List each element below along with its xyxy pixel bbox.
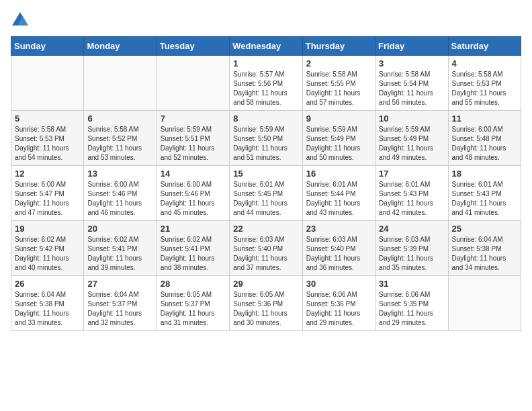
week-row-3: 19Sunrise: 6:02 AM Sunset: 5:42 PM Dayli… xyxy=(11,221,521,276)
calendar-cell: 1Sunrise: 5:57 AM Sunset: 5:56 PM Daylig… xyxy=(230,56,302,111)
page-header xyxy=(11,11,521,30)
calendar-cell: 11Sunrise: 6:00 AM Sunset: 5:48 PM Dayli… xyxy=(448,111,521,166)
day-number: 31 xyxy=(379,279,444,289)
day-info: Sunrise: 6:02 AM Sunset: 5:41 PM Dayligh… xyxy=(87,235,152,273)
day-number: 12 xyxy=(15,169,80,179)
calendar-cell: 21Sunrise: 6:02 AM Sunset: 5:41 PM Dayli… xyxy=(157,221,229,276)
day-number: 8 xyxy=(233,113,298,124)
week-row-0: 1Sunrise: 5:57 AM Sunset: 5:56 PM Daylig… xyxy=(11,56,521,111)
day-number: 21 xyxy=(161,224,226,234)
calendar-cell: 2Sunrise: 5:58 AM Sunset: 5:55 PM Daylig… xyxy=(302,56,375,111)
week-row-2: 12Sunrise: 6:00 AM Sunset: 5:47 PM Dayli… xyxy=(11,166,521,221)
calendar-cell: 23Sunrise: 6:03 AM Sunset: 5:40 PM Dayli… xyxy=(302,221,375,276)
day-number: 15 xyxy=(233,169,298,179)
day-number: 25 xyxy=(452,224,517,234)
day-number: 18 xyxy=(452,169,517,179)
day-info: Sunrise: 6:04 AM Sunset: 5:38 PM Dayligh… xyxy=(15,290,80,328)
day-number: 16 xyxy=(306,169,371,179)
logo xyxy=(11,11,32,30)
day-number: 14 xyxy=(161,169,226,179)
calendar-cell: 9Sunrise: 5:59 AM Sunset: 5:49 PM Daylig… xyxy=(302,111,375,166)
day-info: Sunrise: 6:05 AM Sunset: 5:36 PM Dayligh… xyxy=(233,290,298,328)
calendar-cell xyxy=(448,276,521,331)
calendar-cell: 18Sunrise: 6:01 AM Sunset: 5:43 PM Dayli… xyxy=(448,166,521,221)
day-number: 29 xyxy=(233,279,298,289)
day-number: 23 xyxy=(306,224,371,234)
day-number: 6 xyxy=(87,113,152,124)
day-info: Sunrise: 5:59 AM Sunset: 5:49 PM Dayligh… xyxy=(306,125,371,163)
day-info: Sunrise: 5:58 AM Sunset: 5:52 PM Dayligh… xyxy=(87,125,152,163)
col-header-wednesday: Wednesday xyxy=(230,37,302,56)
calendar-cell: 19Sunrise: 6:02 AM Sunset: 5:42 PM Dayli… xyxy=(11,221,84,276)
day-number: 26 xyxy=(15,279,80,289)
day-info: Sunrise: 5:58 AM Sunset: 5:53 PM Dayligh… xyxy=(452,70,517,107)
day-info: Sunrise: 5:59 AM Sunset: 5:49 PM Dayligh… xyxy=(379,125,444,163)
col-header-monday: Monday xyxy=(84,37,157,56)
day-info: Sunrise: 6:03 AM Sunset: 5:39 PM Dayligh… xyxy=(379,235,444,273)
day-number: 1 xyxy=(233,58,298,68)
day-number: 17 xyxy=(379,169,444,179)
day-number: 9 xyxy=(306,113,371,124)
calendar-cell: 25Sunrise: 6:04 AM Sunset: 5:38 PM Dayli… xyxy=(448,221,521,276)
week-row-4: 26Sunrise: 6:04 AM Sunset: 5:38 PM Dayli… xyxy=(11,276,521,331)
day-info: Sunrise: 6:01 AM Sunset: 5:43 PM Dayligh… xyxy=(452,180,517,218)
day-info: Sunrise: 6:01 AM Sunset: 5:45 PM Dayligh… xyxy=(233,180,298,218)
calendar-cell: 31Sunrise: 6:06 AM Sunset: 5:35 PM Dayli… xyxy=(375,276,448,331)
calendar-cell: 28Sunrise: 6:05 AM Sunset: 5:37 PM Dayli… xyxy=(157,276,229,331)
day-number: 19 xyxy=(15,224,80,234)
day-info: Sunrise: 6:00 AM Sunset: 5:46 PM Dayligh… xyxy=(161,180,226,218)
day-info: Sunrise: 6:03 AM Sunset: 5:40 PM Dayligh… xyxy=(233,235,298,273)
day-info: Sunrise: 6:01 AM Sunset: 5:44 PM Dayligh… xyxy=(306,180,371,218)
calendar-cell: 24Sunrise: 6:03 AM Sunset: 5:39 PM Dayli… xyxy=(375,221,448,276)
calendar-cell: 8Sunrise: 5:59 AM Sunset: 5:50 PM Daylig… xyxy=(230,111,302,166)
calendar-cell: 26Sunrise: 6:04 AM Sunset: 5:38 PM Dayli… xyxy=(11,276,84,331)
calendar-cell: 4Sunrise: 5:58 AM Sunset: 5:53 PM Daylig… xyxy=(448,56,521,111)
day-info: Sunrise: 6:06 AM Sunset: 5:36 PM Dayligh… xyxy=(306,290,371,328)
calendar-cell: 22Sunrise: 6:03 AM Sunset: 5:40 PM Dayli… xyxy=(230,221,302,276)
day-number: 4 xyxy=(452,58,517,68)
day-number: 2 xyxy=(306,58,371,68)
calendar-cell: 13Sunrise: 6:00 AM Sunset: 5:46 PM Dayli… xyxy=(84,166,157,221)
day-info: Sunrise: 5:58 AM Sunset: 5:54 PM Dayligh… xyxy=(379,70,444,107)
day-info: Sunrise: 6:06 AM Sunset: 5:35 PM Dayligh… xyxy=(379,290,444,328)
calendar-cell: 14Sunrise: 6:00 AM Sunset: 5:46 PM Dayli… xyxy=(157,166,229,221)
calendar-cell: 12Sunrise: 6:00 AM Sunset: 5:47 PM Dayli… xyxy=(11,166,84,221)
calendar-cell: 16Sunrise: 6:01 AM Sunset: 5:44 PM Dayli… xyxy=(302,166,375,221)
calendar-cell: 27Sunrise: 6:04 AM Sunset: 5:37 PM Dayli… xyxy=(84,276,157,331)
calendar-cell xyxy=(84,56,157,111)
day-info: Sunrise: 5:58 AM Sunset: 5:53 PM Dayligh… xyxy=(15,125,80,163)
calendar-cell: 6Sunrise: 5:58 AM Sunset: 5:52 PM Daylig… xyxy=(84,111,157,166)
col-header-tuesday: Tuesday xyxy=(157,37,229,56)
day-info: Sunrise: 5:57 AM Sunset: 5:56 PM Dayligh… xyxy=(233,70,298,107)
calendar-cell: 30Sunrise: 6:06 AM Sunset: 5:36 PM Dayli… xyxy=(302,276,375,331)
calendar-cell: 20Sunrise: 6:02 AM Sunset: 5:41 PM Dayli… xyxy=(84,221,157,276)
col-header-thursday: Thursday xyxy=(302,37,375,56)
day-info: Sunrise: 6:00 AM Sunset: 5:46 PM Dayligh… xyxy=(87,180,152,218)
day-info: Sunrise: 5:59 AM Sunset: 5:50 PM Dayligh… xyxy=(233,125,298,163)
day-number: 30 xyxy=(306,279,371,289)
day-info: Sunrise: 5:59 AM Sunset: 5:51 PM Dayligh… xyxy=(161,125,226,163)
calendar-cell: 15Sunrise: 6:01 AM Sunset: 5:45 PM Dayli… xyxy=(230,166,302,221)
day-number: 13 xyxy=(87,169,152,179)
calendar-header: SundayMondayTuesdayWednesdayThursdayFrid… xyxy=(11,37,521,56)
calendar-cell: 7Sunrise: 5:59 AM Sunset: 5:51 PM Daylig… xyxy=(157,111,229,166)
day-info: Sunrise: 6:00 AM Sunset: 5:47 PM Dayligh… xyxy=(15,180,80,218)
col-header-sunday: Sunday xyxy=(11,37,84,56)
day-number: 10 xyxy=(379,113,444,124)
day-info: Sunrise: 6:03 AM Sunset: 5:40 PM Dayligh… xyxy=(306,235,371,273)
day-info: Sunrise: 6:05 AM Sunset: 5:37 PM Dayligh… xyxy=(161,290,226,328)
col-header-friday: Friday xyxy=(375,37,448,56)
day-number: 24 xyxy=(379,224,444,234)
day-number: 22 xyxy=(233,224,298,234)
day-number: 3 xyxy=(379,58,444,68)
calendar-cell: 3Sunrise: 5:58 AM Sunset: 5:54 PM Daylig… xyxy=(375,56,448,111)
day-info: Sunrise: 6:02 AM Sunset: 5:42 PM Dayligh… xyxy=(15,235,80,273)
calendar-cell: 29Sunrise: 6:05 AM Sunset: 5:36 PM Dayli… xyxy=(230,276,302,331)
calendar: SundayMondayTuesdayWednesdayThursdayFrid… xyxy=(11,36,521,331)
calendar-cell: 5Sunrise: 5:58 AM Sunset: 5:53 PM Daylig… xyxy=(11,111,84,166)
day-info: Sunrise: 6:04 AM Sunset: 5:38 PM Dayligh… xyxy=(452,235,517,273)
day-number: 11 xyxy=(452,113,517,124)
calendar-cell: 10Sunrise: 5:59 AM Sunset: 5:49 PM Dayli… xyxy=(375,111,448,166)
day-info: Sunrise: 5:58 AM Sunset: 5:55 PM Dayligh… xyxy=(306,70,371,107)
logo-icon xyxy=(11,11,30,30)
